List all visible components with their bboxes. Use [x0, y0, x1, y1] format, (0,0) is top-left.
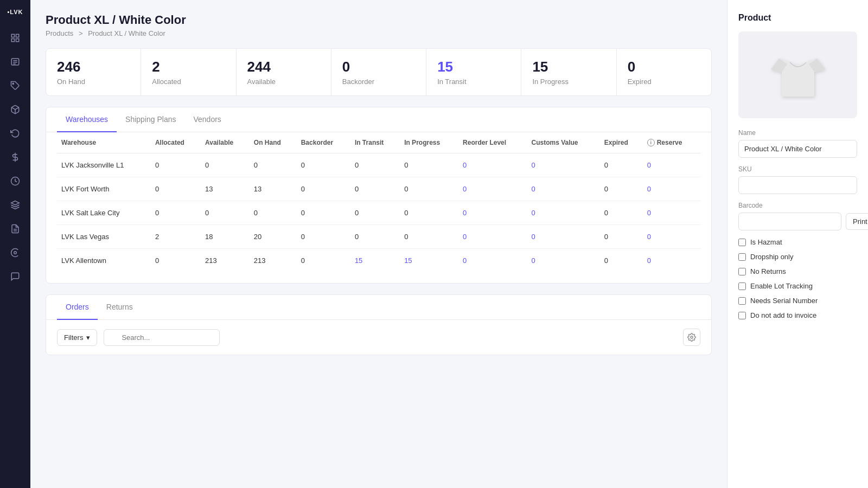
th-available: Available: [201, 132, 250, 153]
link-value[interactable]: 0: [463, 161, 467, 169]
td-reserve[interactable]: 0: [643, 225, 700, 249]
gear-button[interactable]: [683, 329, 700, 346]
link-value[interactable]: 0: [531, 185, 535, 193]
link-value[interactable]: 0: [463, 256, 467, 265]
td-reorderLevel[interactable]: 0: [458, 201, 527, 225]
search-input[interactable]: [104, 329, 220, 346]
message-icon[interactable]: [5, 267, 25, 286]
stat-item-in-progress: 15In Progress: [521, 49, 616, 95]
td-customsValue[interactable]: 0: [527, 225, 599, 249]
link-value[interactable]: 0: [531, 161, 535, 169]
layers-icon[interactable]: [5, 195, 25, 215]
link-value[interactable]: 0: [647, 233, 651, 241]
link-value[interactable]: 0: [531, 256, 535, 265]
td-allocated: 0: [151, 177, 201, 201]
barcode-input[interactable]: [738, 213, 841, 230]
table-body: LVK Jacksonville L10000000000LVK Fort Wo…: [57, 153, 700, 273]
page-area: Product XL / White Color Products > Prod…: [30, 0, 868, 488]
td-inTransit[interactable]: 0: [350, 225, 400, 249]
td-reserve[interactable]: 0: [643, 201, 700, 225]
th-reorderLevel: Reorder Level: [458, 132, 527, 153]
td-available: 0: [201, 201, 250, 225]
checkboxes-container: Is Hazmat Dropship only No Returns Enabl…: [738, 238, 857, 319]
dollar-icon[interactable]: [5, 147, 25, 167]
checkbox-label-5[interactable]: Do not add to invoice: [750, 311, 816, 319]
td-reserve[interactable]: 0: [643, 249, 700, 273]
checkbox-enable-lot-tracking[interactable]: [738, 282, 746, 290]
stat-number: 246: [57, 59, 130, 75]
link-value[interactable]: 15: [404, 256, 412, 265]
td-reserve[interactable]: 0: [643, 153, 700, 177]
stats-bar: 246On Hand2Allocated244Available0Backord…: [46, 48, 712, 96]
info-icon[interactable]: i: [647, 139, 655, 146]
th-allocated: Allocated: [151, 132, 201, 153]
checkbox-do-not-add-to-invoice[interactable]: [738, 312, 746, 319]
checkbox-label-0[interactable]: Is Hazmat: [750, 238, 782, 246]
th-backorder: Backorder: [297, 132, 350, 153]
tag-icon[interactable]: [5, 76, 25, 95]
filters-dropdown[interactable]: Filters ▾: [57, 329, 97, 346]
link-value[interactable]: 0: [531, 233, 535, 241]
link-value[interactable]: 0: [647, 256, 651, 265]
td-inTransit[interactable]: 0: [350, 153, 400, 177]
stat-label: Expired: [628, 78, 700, 86]
checkbox-label-4[interactable]: Needs Serial Number: [750, 297, 818, 305]
center-panel: Product XL / White Color Products > Prod…: [30, 0, 727, 488]
td-reorderLevel[interactable]: 0: [458, 153, 527, 177]
list-icon[interactable]: [5, 52, 25, 72]
link-value[interactable]: 15: [355, 256, 362, 265]
stat-item-on-hand: 246On Hand: [46, 49, 141, 95]
checkbox-needs-serial-number[interactable]: [738, 297, 746, 305]
td-customsValue[interactable]: 0: [527, 249, 599, 273]
checkbox-label-1[interactable]: Dropship only: [750, 253, 794, 261]
grid-icon[interactable]: [5, 28, 25, 48]
link-value[interactable]: 0: [463, 209, 467, 217]
stat-label: In Transit: [437, 78, 510, 86]
tab-shipping-plans[interactable]: Shipping Plans: [117, 107, 184, 132]
td-available: 213: [201, 249, 250, 273]
print-button[interactable]: Print: [846, 213, 868, 230]
td-customsValue[interactable]: 0: [527, 177, 599, 201]
link-value[interactable]: 0: [647, 209, 651, 217]
checkbox-dropship-only[interactable]: [738, 253, 746, 261]
td-inTransit[interactable]: 0: [350, 177, 400, 201]
td-reserve[interactable]: 0: [643, 177, 700, 201]
td-customsValue[interactable]: 0: [527, 153, 599, 177]
td-inTransit[interactable]: 0: [350, 201, 400, 225]
box-icon[interactable]: [5, 100, 25, 119]
settings-icon[interactable]: [5, 243, 25, 262]
checkbox-label-2[interactable]: No Returns: [750, 267, 786, 275]
td-inTransit[interactable]: 15: [350, 249, 400, 273]
td-backorder: 0: [297, 225, 350, 249]
right-panel: Product: [727, 0, 868, 488]
checkbox-label-3[interactable]: Enable Lot Tracking: [750, 282, 813, 290]
td-reorderLevel[interactable]: 0: [458, 177, 527, 201]
breadcrumb-parent[interactable]: Products: [46, 29, 73, 37]
stat-number: 244: [247, 59, 320, 75]
chart-icon[interactable]: [5, 171, 25, 191]
stat-item-backorder: 0Backorder: [331, 49, 426, 95]
td-reorderLevel[interactable]: 0: [458, 225, 527, 249]
td-customsValue[interactable]: 0: [527, 201, 599, 225]
sku-input[interactable]: [738, 176, 857, 194]
th-expired: Expired: [600, 132, 643, 153]
link-value[interactable]: 0: [647, 185, 651, 193]
link-value[interactable]: 0: [647, 161, 651, 169]
orders-tabs-header: OrdersReturns: [46, 295, 711, 320]
link-value[interactable]: 0: [463, 233, 467, 241]
td-warehouse: LVK Allentown: [57, 249, 151, 273]
orders-tab-returns[interactable]: Returns: [98, 295, 142, 320]
name-input[interactable]: [738, 140, 857, 158]
tab-warehouses[interactable]: Warehouses: [57, 107, 117, 132]
td-reorderLevel[interactable]: 0: [458, 249, 527, 273]
refresh-icon[interactable]: [5, 124, 25, 143]
checkbox-is-hazmat[interactable]: [738, 239, 746, 246]
tab-vendors[interactable]: Vendors: [184, 107, 229, 132]
checkbox-row-3: Enable Lot Tracking: [738, 282, 857, 290]
td-inProgress: 0: [400, 177, 458, 201]
link-value[interactable]: 0: [531, 209, 535, 217]
checkbox-no-returns[interactable]: [738, 268, 746, 275]
link-value[interactable]: 0: [463, 185, 467, 193]
orders-tab-orders[interactable]: Orders: [57, 295, 98, 320]
file-list-icon[interactable]: [5, 219, 25, 239]
